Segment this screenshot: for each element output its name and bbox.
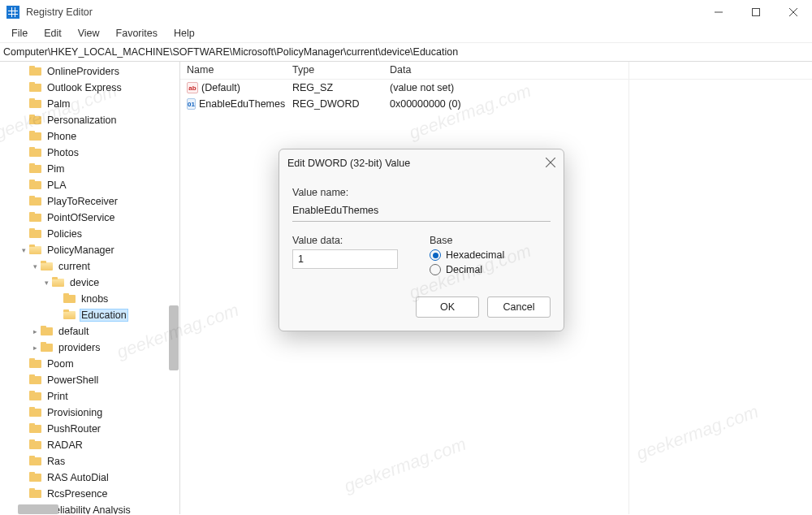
dword-value-icon: 01 bbox=[187, 98, 196, 110]
tree-label: Provisioning bbox=[45, 406, 104, 419]
maximize-button[interactable] bbox=[737, 0, 775, 24]
folder-icon bbox=[29, 407, 42, 418]
tree-label: PolicyManager bbox=[45, 244, 116, 257]
folder-icon bbox=[29, 66, 42, 77]
tree-node-policies[interactable]: Policies bbox=[0, 226, 179, 242]
chevron-down-icon[interactable]: ▾ bbox=[41, 279, 52, 287]
menu-favorites[interactable]: Favorites bbox=[110, 26, 164, 41]
chevron-right-icon[interactable]: ▸ bbox=[29, 327, 41, 335]
radio-dec-label: Decimal bbox=[446, 264, 482, 275]
tree-label: device bbox=[68, 276, 101, 289]
col-type[interactable]: Type bbox=[286, 62, 383, 79]
dialog-close-icon[interactable] bbox=[546, 158, 555, 170]
tree-label: Policies bbox=[45, 227, 84, 240]
tree-node-playtoreceiver[interactable]: PlayToReceiver bbox=[0, 193, 179, 210]
radio-hex-label: Hexadecimal bbox=[446, 249, 504, 261]
tree-node-current[interactable]: ▾current bbox=[0, 258, 179, 275]
tree-node-pla[interactable]: PLA bbox=[0, 177, 179, 193]
tree-label: PushRouter bbox=[45, 422, 102, 435]
tree-node-pim[interactable]: Pim bbox=[0, 161, 179, 177]
tree-node-personalization[interactable]: Personalization bbox=[0, 112, 179, 128]
tree-vscroll[interactable] bbox=[169, 305, 179, 370]
tree-node-device[interactable]: ▾device bbox=[0, 275, 179, 291]
tree-node-policymanager[interactable]: ▾PolicyManager bbox=[0, 242, 179, 258]
tree-label: RAS AutoDial bbox=[45, 471, 110, 484]
folder-icon bbox=[63, 293, 76, 305]
app-title: Registry Editor bbox=[26, 6, 700, 18]
value-data: (value not set) bbox=[383, 82, 812, 93]
tree-node-poom[interactable]: Poom bbox=[0, 356, 179, 372]
value-name-label: Value name: bbox=[292, 187, 551, 198]
tree-label: default bbox=[57, 325, 91, 338]
tree-node-education[interactable]: Education bbox=[0, 307, 179, 323]
tree-node-ras[interactable]: Ras bbox=[0, 453, 179, 470]
column-headers: Name Type Data bbox=[180, 62, 812, 80]
value-type: REG_DWORD bbox=[286, 98, 383, 110]
tree-node-pointofservice[interactable]: PointOfService bbox=[0, 210, 179, 226]
value-data-input[interactable] bbox=[292, 249, 398, 269]
chevron-down-icon[interactable]: ▾ bbox=[18, 246, 29, 254]
tree-node-phone[interactable]: Phone bbox=[0, 128, 179, 145]
tree-node-photos[interactable]: Photos bbox=[0, 145, 179, 161]
menu-edit[interactable]: Edit bbox=[37, 26, 68, 41]
tree-node-rcspresence[interactable]: RcsPresence bbox=[0, 486, 179, 502]
value-row[interactable]: ab(Default)REG_SZ(value not set) bbox=[180, 80, 812, 96]
edit-dword-dialog: Edit DWORD (32-bit) Value Value name: En… bbox=[279, 149, 564, 331]
menu-file[interactable]: File bbox=[5, 26, 34, 41]
tree-label: knobs bbox=[80, 292, 110, 305]
tree-node-powershell[interactable]: PowerShell bbox=[0, 372, 179, 388]
chevron-down-icon[interactable]: ▾ bbox=[29, 262, 41, 270]
tree-hscroll[interactable] bbox=[18, 504, 58, 514]
menu-help[interactable]: Help bbox=[167, 26, 201, 41]
folder-icon bbox=[29, 472, 42, 483]
folder-icon bbox=[41, 326, 54, 337]
tree-node-provisioning[interactable]: Provisioning bbox=[0, 405, 179, 421]
folder-icon bbox=[29, 374, 42, 386]
cancel-button[interactable]: Cancel bbox=[487, 296, 551, 318]
tree-label: Photos bbox=[45, 146, 80, 159]
base-label: Base bbox=[430, 235, 551, 246]
col-name[interactable]: Name bbox=[180, 62, 286, 79]
close-button[interactable] bbox=[775, 0, 812, 24]
folder-icon bbox=[29, 245, 42, 256]
radio-hexadecimal[interactable]: Hexadecimal bbox=[430, 249, 551, 261]
tree-label: current bbox=[57, 260, 92, 273]
radio-decimal[interactable]: Decimal bbox=[430, 264, 551, 275]
tree-label: Print bbox=[45, 390, 70, 403]
tree-node-providers[interactable]: ▸providers bbox=[0, 340, 179, 356]
chevron-right-icon[interactable]: ▸ bbox=[29, 344, 41, 352]
folder-icon bbox=[29, 423, 42, 435]
tree-label: OnlineProviders bbox=[45, 65, 121, 78]
tree-node-ras-autodial[interactable]: RAS AutoDial bbox=[0, 470, 179, 486]
address-input[interactable] bbox=[3, 46, 809, 58]
tree-node-knobs[interactable]: knobs bbox=[0, 291, 179, 307]
folder-icon bbox=[29, 82, 42, 93]
tree-label: Pim bbox=[45, 162, 67, 175]
tree-label: Reliability Analysis bbox=[45, 504, 132, 514]
folder-icon bbox=[52, 277, 65, 288]
value-row[interactable]: 01EnableEduThemesREG_DWORD0x00000000 (0) bbox=[180, 96, 812, 112]
tree-node-palm[interactable]: Palm bbox=[0, 96, 179, 112]
folder-icon bbox=[29, 358, 42, 370]
ok-button[interactable]: OK bbox=[416, 296, 479, 318]
tree-node-radar[interactable]: RADAR bbox=[0, 437, 179, 453]
menu-view[interactable]: View bbox=[71, 26, 106, 41]
folder-icon bbox=[29, 163, 42, 175]
minimize-button[interactable] bbox=[700, 0, 737, 24]
app-icon bbox=[6, 6, 19, 19]
tree-label: Poom bbox=[45, 357, 76, 370]
tree-node-print[interactable]: Print bbox=[0, 388, 179, 405]
tree-node-onlineproviders[interactable]: OnlineProviders bbox=[0, 63, 179, 80]
folder-icon bbox=[29, 228, 42, 240]
folder-icon bbox=[29, 456, 42, 467]
folder-icon bbox=[29, 98, 42, 110]
tree-node-pushrouter[interactable]: PushRouter bbox=[0, 421, 179, 437]
value-name: EnableEduThemes bbox=[199, 98, 285, 110]
col-data[interactable]: Data bbox=[383, 62, 812, 79]
tree-node-default[interactable]: ▸default bbox=[0, 323, 179, 340]
address-bar bbox=[0, 42, 812, 62]
value-name-field[interactable]: EnableEduThemes bbox=[292, 201, 551, 222]
dialog-title: Edit DWORD (32-bit) Value bbox=[287, 158, 410, 169]
tree-node-outlook-express[interactable]: Outlook Express bbox=[0, 80, 179, 96]
value-data: 0x00000000 (0) bbox=[383, 98, 812, 110]
